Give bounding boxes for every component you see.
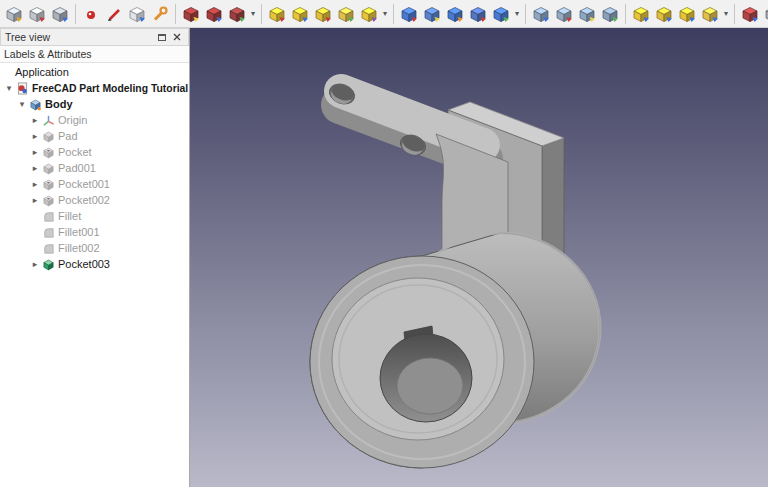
body-icon (28, 97, 42, 111)
additive-pipe-icon[interactable] (335, 3, 357, 25)
expand-arrow-icon[interactable]: ▸ (29, 256, 41, 272)
tree-item-label: Pocket001 (58, 178, 110, 190)
tree-view-panel: Tree view Labels & Attributes Applicatio… (0, 28, 190, 487)
groove-icon[interactable] (444, 3, 466, 25)
toolbar-separator (734, 4, 735, 24)
tree-column-header: Labels & Attributes (0, 46, 189, 63)
pocket-tip-icon (41, 257, 55, 271)
toolbar-separator (175, 4, 176, 24)
multitransform-dropdown-arrow-icon[interactable]: ▾ (722, 9, 730, 18)
clone-icon[interactable] (226, 3, 248, 25)
tree: Application▾FreeCAD Part Modeling Tutori… (0, 63, 189, 487)
float-panel-button[interactable] (154, 30, 169, 44)
datum-point-icon[interactable] (80, 3, 102, 25)
subshapebinder-icon[interactable] (203, 3, 225, 25)
polar-pattern-icon[interactable] (676, 3, 698, 25)
tree-item-origin[interactable]: ▸Origin (0, 112, 189, 128)
tree-item-pad[interactable]: ▸Pad (0, 128, 189, 144)
local-cs-icon[interactable] (149, 3, 171, 25)
clone-dropdown-arrow-icon[interactable]: ▾ (249, 9, 257, 18)
shapebinder-icon[interactable] (180, 3, 202, 25)
tree-item-pocket001[interactable]: ▸Pocket001 (0, 176, 189, 192)
mirrored-icon[interactable] (630, 3, 652, 25)
multitransform-icon[interactable] (699, 3, 721, 25)
edit-sketch-icon[interactable] (49, 3, 71, 25)
tree-item-fillet[interactable]: Fillet (0, 208, 189, 224)
pocket-icon[interactable] (398, 3, 420, 25)
fillet-icon (41, 241, 55, 255)
additive-helix-dropdown-arrow-icon[interactable]: ▾ (381, 9, 389, 18)
tree-item-pad001[interactable]: ▸Pad001 (0, 160, 189, 176)
tree-item-pocket003[interactable]: ▸Pocket003 (0, 256, 189, 272)
viewport-3d[interactable] (190, 28, 768, 487)
pad-icon[interactable] (266, 3, 288, 25)
hole-icon[interactable] (421, 3, 443, 25)
origin-icon (41, 113, 55, 127)
fillet-icon[interactable] (530, 3, 552, 25)
pocket-icon (41, 193, 55, 207)
tree-item-freecad-part-modeling-tutorial-48[interactable]: ▾FreeCAD Part Modeling Tutorial 48 (0, 80, 189, 96)
tree-item-fillet002[interactable]: Fillet002 (0, 240, 189, 256)
collapse-arrow-icon[interactable]: ▾ (3, 80, 15, 96)
linear-pattern-icon[interactable] (653, 3, 675, 25)
pocket-icon (41, 177, 55, 191)
boolean-operation-icon[interactable] (739, 3, 761, 25)
check-geometry-icon[interactable] (762, 3, 768, 25)
pad-icon (41, 129, 55, 143)
chamfer-icon[interactable] (553, 3, 575, 25)
fillet-icon (41, 209, 55, 223)
subtractive-pipe-dropdown-arrow-icon[interactable]: ▾ (513, 9, 521, 18)
fillet-icon (41, 225, 55, 239)
expand-arrow-icon[interactable]: ▸ (29, 160, 41, 176)
document-icon (15, 81, 29, 95)
expand-arrow-icon[interactable]: ▸ (29, 176, 41, 192)
tree-item-label: Body (45, 98, 73, 110)
revolution-icon[interactable] (289, 3, 311, 25)
tree-item-application[interactable]: Application (0, 64, 189, 80)
tree-item-label: Pad001 (58, 162, 96, 174)
draft-icon[interactable] (576, 3, 598, 25)
part-body[interactable] (310, 80, 600, 468)
create-sketch-icon[interactable] (26, 3, 48, 25)
bore-far-end (397, 358, 463, 414)
tree-item-label: Fillet001 (58, 226, 100, 238)
create-body-icon[interactable] (3, 3, 25, 25)
tree-item-label: Application (15, 66, 69, 78)
tree-item-label: FreeCAD Part Modeling Tutorial 48 (32, 83, 189, 94)
collapse-arrow-icon[interactable]: ▾ (16, 96, 28, 112)
pocket-icon (41, 145, 55, 159)
float-icon (158, 34, 166, 41)
freecad-window: ▾▾▾▾ Tree view Labels & Attributes Appli… (0, 0, 768, 487)
subtractive-loft-icon[interactable] (467, 3, 489, 25)
tree-item-label: Pad (58, 130, 78, 142)
expand-arrow-icon[interactable]: ▸ (29, 112, 41, 128)
tree-item-label: Origin (58, 114, 87, 126)
tree-item-pocket[interactable]: ▸Pocket (0, 144, 189, 160)
tree-view-title: Tree view (5, 31, 154, 43)
tree-item-label: Fillet002 (58, 242, 100, 254)
toolbar-separator (625, 4, 626, 24)
additive-loft-icon[interactable] (312, 3, 334, 25)
datum-plane-icon[interactable] (126, 3, 148, 25)
close-panel-button[interactable] (169, 30, 184, 44)
close-icon (173, 33, 181, 41)
expand-arrow-icon[interactable]: ▸ (29, 144, 41, 160)
toolbar-separator (525, 4, 526, 24)
datum-line-icon[interactable] (103, 3, 125, 25)
toolbar-separator (75, 4, 76, 24)
tree-item-label: Pocket003 (58, 258, 110, 270)
subtractive-pipe-icon[interactable] (490, 3, 512, 25)
tree-item-fillet001[interactable]: Fillet001 (0, 224, 189, 240)
expand-arrow-icon[interactable]: ▸ (29, 128, 41, 144)
expand-arrow-icon[interactable]: ▸ (29, 192, 41, 208)
tree-item-label: Pocket002 (58, 194, 110, 206)
model-part-svg (190, 28, 767, 487)
additive-helix-icon[interactable] (358, 3, 380, 25)
toolbar: ▾▾▾▾ (0, 0, 768, 28)
thickness-icon[interactable] (599, 3, 621, 25)
pad-icon (41, 161, 55, 175)
tree-item-pocket002[interactable]: ▸Pocket002 (0, 192, 189, 208)
main-area: Tree view Labels & Attributes Applicatio… (0, 28, 768, 487)
tree-item-label: Fillet (58, 210, 81, 222)
tree-item-body[interactable]: ▾Body (0, 96, 189, 112)
